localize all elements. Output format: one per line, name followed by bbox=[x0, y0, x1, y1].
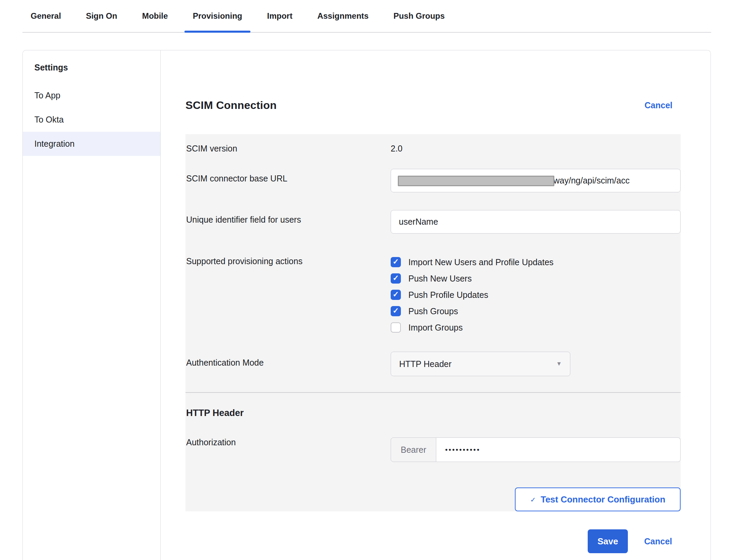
unique-identifier-row: Unique identifier field for users userNa… bbox=[185, 210, 681, 234]
checkbox-icon: ✓ bbox=[391, 273, 401, 284]
auth-mode-label: Authentication Mode bbox=[185, 352, 391, 368]
tab-provisioning[interactable]: Provisioning bbox=[184, 0, 250, 32]
auth-mode-row: Authentication Mode HTTP Header ▼ bbox=[185, 352, 681, 376]
base-url-label: SCIM connector base URL bbox=[185, 169, 391, 183]
sidebar-item-to-okta[interactable]: To Okta bbox=[23, 108, 160, 132]
provisioning-card: Settings To App To Okta Integration SCIM… bbox=[22, 50, 711, 560]
unique-identifier-label: Unique identifier field for users bbox=[185, 210, 391, 225]
auth-mode-value: HTTP Header bbox=[399, 359, 452, 369]
page: General Sign On Mobile Provisioning Impo… bbox=[0, 0, 749, 560]
checkbox-import-new-users[interactable]: ✓ Import New Users and Profile Updates bbox=[391, 254, 681, 270]
form-footer: Save Cancel bbox=[185, 529, 681, 553]
provisioning-actions-row: Supported provisioning actions ✓ Import … bbox=[185, 254, 681, 336]
sidebar-title: Settings bbox=[23, 61, 160, 83]
checkbox-icon: ✓ bbox=[391, 306, 401, 316]
settings-sidebar: Settings To App To Okta Integration bbox=[23, 50, 161, 560]
test-button-label: Test Connector Configuration bbox=[541, 494, 665, 505]
tab-general[interactable]: General bbox=[22, 0, 69, 32]
http-header-panel: HTTP Header Authorization Bearer •••••••… bbox=[185, 392, 681, 511]
scim-version-value: 2.0 bbox=[391, 144, 681, 154]
tab-sign-on[interactable]: Sign On bbox=[78, 0, 125, 32]
sidebar-item-to-app[interactable]: To App bbox=[23, 83, 160, 108]
redaction-overlay bbox=[398, 176, 554, 186]
checkbox-push-groups[interactable]: ✓ Push Groups bbox=[391, 303, 681, 319]
provisioning-actions-label: Supported provisioning actions bbox=[185, 254, 391, 266]
check-icon: ✓ bbox=[393, 274, 399, 282]
checkbox-label: Push Groups bbox=[408, 306, 458, 316]
checkbox-icon: ✓ bbox=[391, 257, 401, 267]
check-icon: ✓ bbox=[393, 307, 399, 315]
checkbox-icon: ✓ bbox=[391, 322, 401, 333]
checkbox-label: Import New Users and Profile Updates bbox=[408, 257, 554, 267]
base-url-row: SCIM connector base URL https://b5bd-135… bbox=[185, 169, 681, 192]
main-content: SCIM Connection Cancel SCIM version 2.0 … bbox=[161, 50, 711, 560]
authorization-label: Authorization bbox=[185, 437, 391, 447]
auth-mode-select[interactable]: HTTP Header ▼ bbox=[391, 352, 570, 376]
header-cancel-link[interactable]: Cancel bbox=[645, 100, 672, 110]
save-button[interactable]: Save bbox=[588, 529, 628, 553]
app-tab-bar: General Sign On Mobile Provisioning Impo… bbox=[22, 0, 711, 33]
authorization-token-input[interactable]: •••••••••• bbox=[436, 437, 681, 462]
check-icon: ✓ bbox=[393, 291, 399, 298]
unique-identifier-value: userName bbox=[399, 217, 438, 227]
chevron-down-icon: ▼ bbox=[556, 361, 562, 367]
unique-identifier-input[interactable]: userName bbox=[391, 210, 681, 234]
bearer-prefix: Bearer bbox=[391, 437, 436, 462]
http-header-title: HTTP Header bbox=[185, 408, 681, 418]
tab-import[interactable]: Import bbox=[259, 0, 301, 32]
authorization-row: Authorization Bearer •••••••••• bbox=[185, 437, 681, 462]
check-icon: ✓ bbox=[530, 496, 536, 504]
checkbox-push-new-users[interactable]: ✓ Push New Users bbox=[391, 270, 681, 287]
checkbox-import-groups[interactable]: ✓ Import Groups bbox=[391, 319, 681, 336]
check-icon: ✓ bbox=[393, 258, 399, 266]
base-url-input[interactable]: https://b5bd-135-19-67-148.ngrok.io/gate… bbox=[391, 169, 681, 192]
checkbox-icon: ✓ bbox=[391, 290, 401, 300]
checkbox-label: Push Profile Updates bbox=[408, 290, 488, 300]
provisioning-actions-list: ✓ Import New Users and Profile Updates ✓… bbox=[391, 254, 681, 336]
scim-settings-panel: SCIM version 2.0 SCIM connector base URL… bbox=[185, 134, 681, 392]
tab-push-groups[interactable]: Push Groups bbox=[385, 0, 453, 32]
footer-cancel-link[interactable]: Cancel bbox=[644, 537, 672, 546]
test-connector-configuration-button[interactable]: ✓ Test Connector Configuration bbox=[515, 487, 681, 511]
scim-heading-row: SCIM Connection Cancel bbox=[185, 98, 681, 112]
tab-mobile[interactable]: Mobile bbox=[134, 0, 176, 32]
scim-version-label: SCIM version bbox=[185, 144, 391, 154]
page-title: SCIM Connection bbox=[185, 99, 277, 112]
tab-assignments[interactable]: Assignments bbox=[309, 0, 377, 32]
sidebar-item-integration[interactable]: Integration bbox=[23, 132, 160, 156]
scim-version-row: SCIM version 2.0 bbox=[185, 138, 681, 154]
checkbox-push-profile-updates[interactable]: ✓ Push Profile Updates bbox=[391, 287, 681, 303]
checkbox-label: Push New Users bbox=[408, 274, 472, 284]
authorization-input-group: Bearer •••••••••• bbox=[391, 437, 681, 462]
checkbox-label: Import Groups bbox=[408, 323, 463, 333]
